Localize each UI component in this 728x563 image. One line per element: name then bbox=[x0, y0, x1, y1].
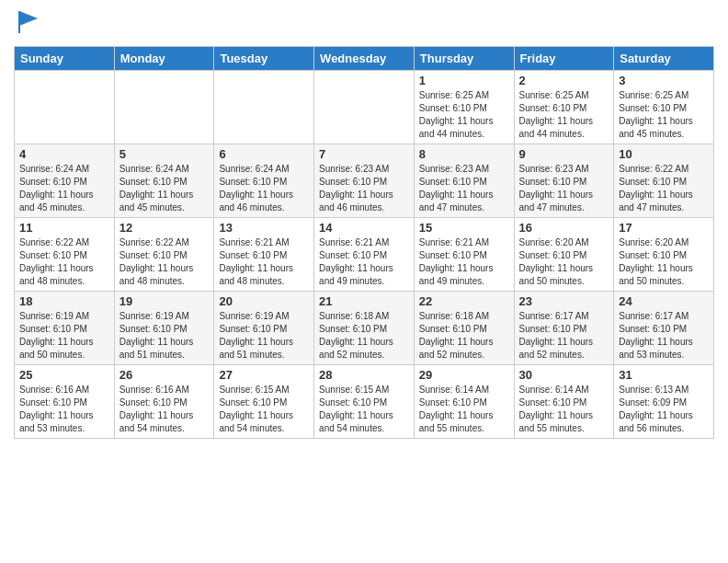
day-info: Sunrise: 6:23 AM Sunset: 6:10 PM Dayligh… bbox=[419, 163, 509, 214]
day-info: Sunrise: 6:21 AM Sunset: 6:10 PM Dayligh… bbox=[319, 236, 409, 288]
week-row-3: 11Sunrise: 6:22 AM Sunset: 6:10 PM Dayli… bbox=[15, 218, 714, 292]
day-cell: 19Sunrise: 6:19 AM Sunset: 6:10 PM Dayli… bbox=[114, 292, 214, 365]
day-cell: 2Sunrise: 6:25 AM Sunset: 6:10 PM Daylig… bbox=[514, 71, 614, 144]
day-cell: 28Sunrise: 6:15 AM Sunset: 6:10 PM Dayli… bbox=[314, 365, 415, 439]
day-number: 8 bbox=[419, 147, 509, 161]
day-cell: 16Sunrise: 6:20 AM Sunset: 6:10 PM Dayli… bbox=[514, 218, 614, 292]
day-number: 9 bbox=[519, 147, 609, 161]
day-cell: 7Sunrise: 6:23 AM Sunset: 6:10 PM Daylig… bbox=[314, 144, 415, 218]
day-cell: 9Sunrise: 6:23 AM Sunset: 6:10 PM Daylig… bbox=[514, 144, 614, 218]
day-cell: 30Sunrise: 6:14 AM Sunset: 6:10 PM Dayli… bbox=[514, 365, 614, 439]
page: SundayMondayTuesdayWednesdayThursdayFrid… bbox=[0, 0, 728, 563]
day-info: Sunrise: 6:22 AM Sunset: 6:10 PM Dayligh… bbox=[619, 163, 709, 214]
day-cell: 21Sunrise: 6:18 AM Sunset: 6:10 PM Dayli… bbox=[314, 292, 415, 365]
day-info: Sunrise: 6:19 AM Sunset: 6:10 PM Dayligh… bbox=[19, 310, 109, 362]
day-cell: 11Sunrise: 6:22 AM Sunset: 6:10 PM Dayli… bbox=[15, 218, 115, 292]
day-header-tuesday: Tuesday bbox=[214, 47, 314, 71]
day-cell: 17Sunrise: 6:20 AM Sunset: 6:10 PM Dayli… bbox=[614, 218, 714, 292]
day-cell: 13Sunrise: 6:21 AM Sunset: 6:10 PM Dayli… bbox=[214, 218, 314, 292]
day-number: 7 bbox=[319, 147, 409, 161]
day-number: 22 bbox=[419, 294, 509, 308]
svg-marker-0 bbox=[19, 11, 38, 26]
day-cell: 14Sunrise: 6:21 AM Sunset: 6:10 PM Dayli… bbox=[314, 218, 415, 292]
day-info: Sunrise: 6:23 AM Sunset: 6:10 PM Dayligh… bbox=[319, 163, 409, 214]
day-info: Sunrise: 6:19 AM Sunset: 6:10 PM Dayligh… bbox=[119, 310, 210, 362]
day-info: Sunrise: 6:24 AM Sunset: 6:10 PM Dayligh… bbox=[219, 163, 309, 214]
day-number: 23 bbox=[519, 294, 609, 308]
day-info: Sunrise: 6:24 AM Sunset: 6:10 PM Dayligh… bbox=[119, 163, 210, 214]
day-cell: 26Sunrise: 6:16 AM Sunset: 6:10 PM Dayli… bbox=[114, 365, 214, 439]
day-info: Sunrise: 6:15 AM Sunset: 6:10 PM Dayligh… bbox=[319, 384, 409, 435]
day-info: Sunrise: 6:16 AM Sunset: 6:10 PM Dayligh… bbox=[119, 384, 210, 435]
day-number: 29 bbox=[419, 368, 509, 382]
header bbox=[14, 9, 714, 39]
day-cell: 6Sunrise: 6:24 AM Sunset: 6:10 PM Daylig… bbox=[214, 144, 314, 218]
day-number: 1 bbox=[419, 74, 509, 87]
day-number: 5 bbox=[119, 147, 210, 161]
day-number: 19 bbox=[119, 294, 210, 308]
day-info: Sunrise: 6:17 AM Sunset: 6:10 PM Dayligh… bbox=[619, 310, 709, 362]
day-cell: 10Sunrise: 6:22 AM Sunset: 6:10 PM Dayli… bbox=[614, 144, 714, 218]
day-cell bbox=[114, 71, 214, 144]
day-number: 13 bbox=[219, 221, 309, 235]
week-row-1: 1Sunrise: 6:25 AM Sunset: 6:10 PM Daylig… bbox=[15, 71, 714, 144]
day-number: 16 bbox=[519, 221, 609, 235]
day-info: Sunrise: 6:14 AM Sunset: 6:10 PM Dayligh… bbox=[419, 384, 509, 435]
day-info: Sunrise: 6:20 AM Sunset: 6:10 PM Dayligh… bbox=[519, 236, 609, 288]
week-row-5: 25Sunrise: 6:16 AM Sunset: 6:10 PM Dayli… bbox=[15, 365, 714, 439]
day-header-thursday: Thursday bbox=[414, 47, 514, 71]
day-header-friday: Friday bbox=[514, 47, 614, 71]
day-cell: 3Sunrise: 6:25 AM Sunset: 6:10 PM Daylig… bbox=[614, 71, 714, 144]
day-info: Sunrise: 6:19 AM Sunset: 6:10 PM Dayligh… bbox=[219, 310, 309, 362]
day-number: 30 bbox=[519, 368, 609, 382]
day-number: 12 bbox=[119, 221, 210, 235]
day-cell: 4Sunrise: 6:24 AM Sunset: 6:10 PM Daylig… bbox=[15, 144, 115, 218]
day-number: 2 bbox=[519, 74, 609, 87]
day-info: Sunrise: 6:20 AM Sunset: 6:10 PM Dayligh… bbox=[619, 236, 709, 288]
day-cell: 5Sunrise: 6:24 AM Sunset: 6:10 PM Daylig… bbox=[114, 144, 214, 218]
logo-icon bbox=[16, 9, 41, 35]
day-info: Sunrise: 6:24 AM Sunset: 6:10 PM Dayligh… bbox=[19, 163, 109, 214]
day-cell: 20Sunrise: 6:19 AM Sunset: 6:10 PM Dayli… bbox=[214, 292, 314, 365]
logo bbox=[14, 9, 41, 39]
day-number: 14 bbox=[319, 221, 409, 235]
day-header-wednesday: Wednesday bbox=[314, 47, 415, 71]
day-cell: 31Sunrise: 6:13 AM Sunset: 6:09 PM Dayli… bbox=[614, 365, 714, 439]
day-info: Sunrise: 6:18 AM Sunset: 6:10 PM Dayligh… bbox=[319, 310, 409, 362]
day-cell: 27Sunrise: 6:15 AM Sunset: 6:10 PM Dayli… bbox=[214, 365, 314, 439]
day-info: Sunrise: 6:25 AM Sunset: 6:10 PM Dayligh… bbox=[619, 89, 709, 141]
day-info: Sunrise: 6:21 AM Sunset: 6:10 PM Dayligh… bbox=[219, 236, 309, 288]
day-header-sunday: Sunday bbox=[15, 47, 115, 71]
day-cell: 18Sunrise: 6:19 AM Sunset: 6:10 PM Dayli… bbox=[15, 292, 115, 365]
day-number: 3 bbox=[619, 74, 709, 87]
day-info: Sunrise: 6:21 AM Sunset: 6:10 PM Dayligh… bbox=[419, 236, 509, 288]
day-info: Sunrise: 6:13 AM Sunset: 6:09 PM Dayligh… bbox=[619, 384, 709, 435]
calendar-table: SundayMondayTuesdayWednesdayThursdayFrid… bbox=[14, 46, 714, 439]
week-row-2: 4Sunrise: 6:24 AM Sunset: 6:10 PM Daylig… bbox=[15, 144, 714, 218]
day-header-saturday: Saturday bbox=[614, 47, 714, 71]
day-number: 15 bbox=[419, 221, 509, 235]
day-info: Sunrise: 6:22 AM Sunset: 6:10 PM Dayligh… bbox=[19, 236, 109, 288]
day-info: Sunrise: 6:25 AM Sunset: 6:10 PM Dayligh… bbox=[419, 89, 509, 141]
day-number: 31 bbox=[619, 368, 709, 382]
day-number: 28 bbox=[319, 368, 409, 382]
day-cell: 25Sunrise: 6:16 AM Sunset: 6:10 PM Dayli… bbox=[15, 365, 115, 439]
day-header-monday: Monday bbox=[114, 47, 214, 71]
day-info: Sunrise: 6:25 AM Sunset: 6:10 PM Dayligh… bbox=[519, 89, 609, 141]
day-cell: 8Sunrise: 6:23 AM Sunset: 6:10 PM Daylig… bbox=[414, 144, 514, 218]
week-row-4: 18Sunrise: 6:19 AM Sunset: 6:10 PM Dayli… bbox=[15, 292, 714, 365]
day-cell: 23Sunrise: 6:17 AM Sunset: 6:10 PM Dayli… bbox=[514, 292, 614, 365]
day-cell: 1Sunrise: 6:25 AM Sunset: 6:10 PM Daylig… bbox=[414, 71, 514, 144]
day-cell: 24Sunrise: 6:17 AM Sunset: 6:10 PM Dayli… bbox=[614, 292, 714, 365]
day-number: 27 bbox=[219, 368, 309, 382]
day-number: 26 bbox=[119, 368, 210, 382]
day-number: 4 bbox=[19, 147, 109, 161]
day-cell bbox=[314, 71, 415, 144]
day-number: 10 bbox=[619, 147, 709, 161]
day-cell bbox=[214, 71, 314, 144]
header-row: SundayMondayTuesdayWednesdayThursdayFrid… bbox=[15, 47, 714, 71]
day-number: 17 bbox=[619, 221, 709, 235]
day-info: Sunrise: 6:23 AM Sunset: 6:10 PM Dayligh… bbox=[519, 163, 609, 214]
day-number: 6 bbox=[219, 147, 309, 161]
day-number: 18 bbox=[19, 294, 109, 308]
